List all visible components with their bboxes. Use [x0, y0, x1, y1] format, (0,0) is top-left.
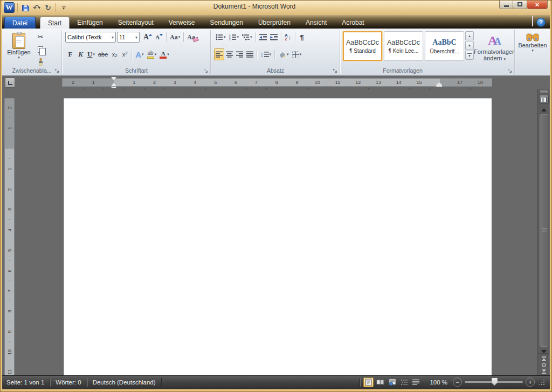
tab-stop-selector[interactable] [5, 78, 15, 88]
zoom-slider[interactable] [465, 381, 523, 383]
dialog-launcher-button[interactable] [203, 68, 209, 74]
document-page[interactable] [64, 98, 492, 375]
tab-verweise[interactable]: Verweise [161, 17, 203, 29]
tab-ueberpruefen[interactable]: Überprüfen [251, 17, 298, 29]
ruler-mark: · [122, 78, 126, 87]
tab-datei[interactable]: Datei [4, 17, 36, 29]
style-tile-1[interactable]: AaBbCcDc¶ Kein Lee... [384, 31, 423, 61]
change-styles-button[interactable]: AA Formatvorlagen ändern ▾ [474, 31, 515, 61]
scroll-up-button[interactable] [541, 108, 547, 111]
style-name: ¶ Standard [349, 48, 376, 54]
redo-button[interactable]: ↻ [43, 2, 53, 13]
shrink-font-button[interactable]: A [154, 31, 164, 43]
gallery-down-button[interactable]: ▾ [465, 41, 474, 50]
shading-button[interactable]: ▾ [277, 48, 291, 60]
bullets-button[interactable]: ▾ [214, 31, 227, 43]
font-color-button[interactable]: A ▾ [158, 48, 171, 60]
close-button[interactable]: × [527, 0, 548, 9]
fullscreen-reading-view-button[interactable] [375, 377, 385, 387]
scrollbar-thumb[interactable] [540, 114, 548, 347]
zoom-slider-thumb[interactable] [492, 378, 498, 386]
undo-dropdown-icon[interactable]: ▾ [38, 5, 40, 10]
window-controls: × [499, 0, 548, 9]
collapse-ribbon-button[interactable] [532, 17, 533, 27]
multilevel-list-button[interactable]: ▾ [240, 31, 254, 43]
tab-einfuegen[interactable]: Einfügen [70, 17, 110, 29]
bold-button[interactable]: F [65, 48, 75, 60]
next-page-button[interactable] [542, 369, 546, 374]
numbering-button[interactable]: 123 ▾ [227, 31, 241, 43]
line-spacing-button[interactable]: ↕ ▾ [259, 48, 273, 60]
tab-acrobat[interactable]: Acrobat [334, 17, 371, 29]
ruler-mark: 1 [89, 78, 97, 87]
chevron-down-icon: ▾ [270, 52, 272, 57]
help-button[interactable]: ? [536, 18, 546, 27]
previous-page-button[interactable] [542, 356, 546, 361]
gallery-more-button[interactable]: ▾ [465, 51, 474, 60]
font-name-combobox[interactable]: Calibri (Textk▾ [65, 32, 116, 43]
left-indent-marker[interactable] [111, 86, 116, 88]
language-indicator[interactable]: Deutsch (Deutschland) [87, 379, 161, 386]
horizontal-ruler[interactable]: 211234567891011121314151718·············… [62, 78, 492, 87]
cut-button[interactable]: ✂ [35, 31, 46, 43]
strikethrough-button[interactable]: abe [96, 48, 109, 60]
italic-button[interactable]: K [75, 48, 86, 60]
subscript-button[interactable]: x2 [109, 48, 120, 60]
page-count[interactable]: Seite: 1 von 1 [6, 379, 50, 386]
tab-row-right: ? [532, 17, 552, 29]
font-size-combobox[interactable]: 11▾ [117, 32, 140, 43]
zoom-level[interactable]: 100 % [430, 379, 447, 386]
borders-button[interactable]: ▾ [291, 48, 303, 60]
align-left-button[interactable] [214, 48, 224, 60]
dialog-launcher-button[interactable] [507, 68, 513, 74]
save-button[interactable] [20, 2, 30, 13]
clear-formatting-button[interactable]: Aa [185, 31, 197, 43]
grow-font-button[interactable]: A [142, 31, 154, 43]
ruler-toggle-button[interactable] [539, 95, 549, 104]
align-center-button[interactable] [224, 48, 234, 60]
resize-grip[interactable] [539, 380, 544, 385]
zoom-in-button[interactable]: + [526, 377, 535, 387]
show-paragraph-marks-button[interactable]: ¶ [297, 31, 307, 43]
tab-sendungen[interactable]: Sendungen [202, 17, 250, 29]
align-right-button[interactable] [234, 48, 245, 60]
minimize-button[interactable] [499, 0, 513, 9]
paste-button[interactable]: Einfügen ▾ [5, 31, 32, 66]
justify-button[interactable] [245, 48, 255, 60]
text-effects-button[interactable]: A▾ [134, 48, 145, 60]
increase-indent-button[interactable] [268, 31, 279, 43]
superscript-button[interactable]: x2 [120, 48, 130, 60]
copy-button[interactable] [35, 44, 46, 55]
dialog-launcher-button[interactable] [54, 68, 60, 74]
underline-button[interactable]: U▾ [86, 48, 96, 60]
gallery-up-button[interactable]: ▴ [465, 31, 474, 40]
word-count[interactable]: Wörter: 0 [50, 379, 86, 386]
select-browse-object-button[interactable] [542, 363, 546, 367]
tab-seitenlayout[interactable]: Seitenlayout [111, 17, 161, 29]
dialog-launcher-button[interactable] [333, 68, 339, 74]
format-painter-button[interactable] [35, 57, 46, 68]
style-tile-0[interactable]: AaBbCcDc¶ Standard [343, 31, 382, 61]
undo-button[interactable]: ↶▾ [32, 2, 42, 13]
quick-access-toolbar: W ↶▾ ↻ ▾ [4, 2, 68, 13]
zoom-out-button[interactable]: − [453, 377, 462, 387]
redo-icon: ↻ [45, 3, 51, 12]
tab-start[interactable]: Start [40, 17, 70, 29]
maximize-button[interactable] [513, 0, 527, 9]
highlight-color-button[interactable]: ab ▾ [146, 48, 158, 60]
sort-button[interactable]: A Z ↓ [283, 31, 293, 43]
chevron-down-icon: ▾ [178, 35, 181, 39]
print-layout-view-button[interactable] [363, 377, 374, 387]
decrease-indent-button[interactable] [258, 31, 268, 43]
draft-view-button[interactable] [411, 377, 421, 387]
chevron-down-icon: ▾ [224, 35, 226, 39]
change-case-button[interactable]: Aa▾ [168, 31, 182, 43]
style-tile-2[interactable]: AaBbCÜberschrif... [425, 31, 464, 61]
editing-button[interactable]: Bearbeiten ▾ [515, 29, 550, 53]
vertical-ruler[interactable]: 211234567891011············· [4, 98, 15, 375]
web-layout-view-button[interactable] [387, 377, 397, 387]
outline-view-button[interactable] [399, 377, 409, 387]
word-logo-icon[interactable]: W [4, 2, 15, 13]
tab-ansicht[interactable]: Ansicht [298, 17, 334, 29]
split-handle[interactable] [540, 90, 548, 93]
